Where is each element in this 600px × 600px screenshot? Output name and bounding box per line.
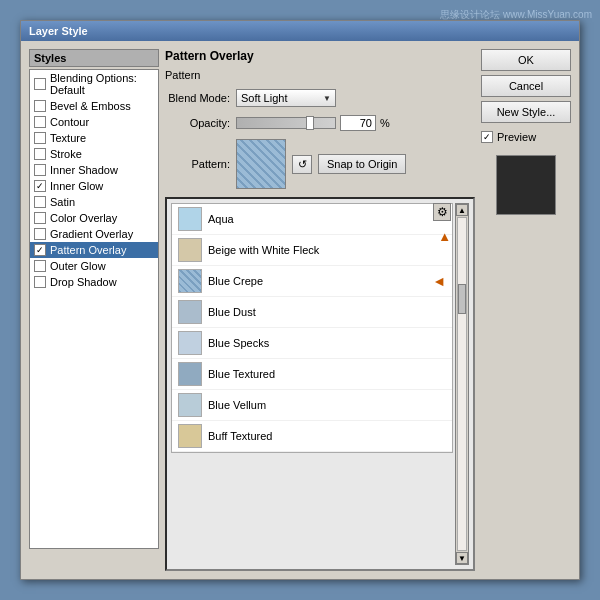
style-label: Contour <box>50 116 89 128</box>
style-checkbox[interactable] <box>34 116 46 128</box>
styles-list[interactable]: Blending Options: DefaultBevel & EmbossC… <box>29 69 159 549</box>
style-item[interactable]: Pattern Overlay <box>30 242 158 258</box>
blend-mode-row: Blend Mode: Soft Light ▼ <box>165 89 475 107</box>
section-title: Pattern Overlay <box>165 49 475 63</box>
pattern-thumb <box>178 393 202 417</box>
pattern-item[interactable]: Blue Dust <box>172 297 452 328</box>
style-item[interactable]: Outer Glow <box>30 258 158 274</box>
style-label: Blending Options: Default <box>50 72 154 96</box>
style-item[interactable]: Stroke <box>30 146 158 162</box>
gear-btn[interactable]: ⚙ <box>433 203 451 221</box>
style-checkbox[interactable] <box>34 276 46 288</box>
scroll-thumb[interactable] <box>458 284 466 314</box>
style-checkbox[interactable] <box>34 196 46 208</box>
preview-label: Preview <box>481 131 571 143</box>
style-label: Texture <box>50 132 86 144</box>
opacity-row: Opacity: % <box>165 115 475 131</box>
pattern-item[interactable]: Blue Textured <box>172 359 452 390</box>
style-item[interactable]: Inner Glow <box>30 178 158 194</box>
opacity-label: Opacity: <box>165 117 230 129</box>
scroll-up-btn[interactable]: ▲ <box>456 204 468 216</box>
style-checkbox[interactable] <box>34 212 46 224</box>
pattern-row: Pattern: ↺ Snap to Origin <box>165 139 475 189</box>
opacity-slider[interactable] <box>236 117 336 129</box>
style-item[interactable]: Texture <box>30 130 158 146</box>
right-panel: OK Cancel New Style... Preview <box>481 49 571 571</box>
style-item[interactable]: Satin <box>30 194 158 210</box>
preview-text: Preview <box>497 131 536 143</box>
style-label: Outer Glow <box>50 260 106 272</box>
style-checkbox[interactable] <box>34 228 46 240</box>
blend-mode-label: Blend Mode: <box>165 92 230 104</box>
style-checkbox[interactable] <box>34 148 46 160</box>
style-item[interactable]: Contour <box>30 114 158 130</box>
pattern-item[interactable]: Aqua <box>172 204 452 235</box>
style-label: Satin <box>50 196 75 208</box>
snap-to-origin-btn[interactable]: Snap to Origin <box>318 154 406 174</box>
styles-panel: Styles Blending Options: DefaultBevel & … <box>29 49 159 571</box>
preview-checkbox[interactable] <box>481 131 493 143</box>
pattern-item-label: Blue Dust <box>208 306 256 318</box>
new-style-button[interactable]: New Style... <box>481 101 571 123</box>
layer-style-dialog: Layer Style Styles Blending Options: Def… <box>20 20 580 580</box>
style-label: Drop Shadow <box>50 276 117 288</box>
style-checkbox[interactable] <box>34 164 46 176</box>
pattern-reset-btn[interactable]: ↺ <box>292 155 312 174</box>
style-label: Inner Glow <box>50 180 103 192</box>
pattern-preview[interactable] <box>236 139 286 189</box>
style-checkbox[interactable] <box>34 100 46 112</box>
style-item[interactable]: Blending Options: Default <box>30 70 158 98</box>
pattern-item-label: Blue Crepe <box>208 275 263 287</box>
pattern-item-label: Aqua <box>208 213 234 225</box>
pattern-thumb <box>178 238 202 262</box>
scroll-down-btn[interactable]: ▼ <box>456 552 468 564</box>
pattern-item-label: Blue Textured <box>208 368 275 380</box>
scroll-track <box>457 217 467 551</box>
up-arrow-indicator: ▲ <box>438 229 451 244</box>
style-label: Gradient Overlay <box>50 228 133 240</box>
preview-box <box>496 155 556 215</box>
style-checkbox[interactable] <box>34 244 46 256</box>
pattern-item[interactable]: Beige with White Fleck <box>172 235 452 266</box>
style-label: Stroke <box>50 148 82 160</box>
pattern-item-label: Buff Textured <box>208 430 272 442</box>
pattern-thumb <box>178 207 202 231</box>
ok-button[interactable]: OK <box>481 49 571 71</box>
pattern-thumb <box>178 269 202 293</box>
opacity-slider-container: % <box>236 115 390 131</box>
pattern-scrollbar[interactable]: ▲ ▼ <box>455 203 469 565</box>
opacity-slider-thumb <box>306 116 314 130</box>
style-item[interactable]: Inner Shadow <box>30 162 158 178</box>
style-checkbox[interactable] <box>34 180 46 192</box>
style-label: Pattern Overlay <box>50 244 126 256</box>
blend-mode-arrow: ▼ <box>323 94 331 103</box>
pattern-item[interactable]: Buff Textured <box>172 421 452 452</box>
style-checkbox[interactable] <box>34 132 46 144</box>
dialog-titlebar: Layer Style <box>21 21 579 41</box>
style-checkbox[interactable] <box>34 78 46 90</box>
pattern-item-label: Beige with White Fleck <box>208 244 319 256</box>
style-item[interactable]: Gradient Overlay <box>30 226 158 242</box>
styles-panel-title: Styles <box>29 49 159 67</box>
style-item[interactable]: Color Overlay <box>30 210 158 226</box>
pattern-item[interactable]: Blue Specks <box>172 328 452 359</box>
opacity-input[interactable] <box>340 115 376 131</box>
cancel-button[interactable]: Cancel <box>481 75 571 97</box>
pattern-label: Pattern: <box>165 158 230 170</box>
middle-panel: Pattern Overlay Pattern Blend Mode: Soft… <box>165 49 475 571</box>
pattern-thumb <box>178 331 202 355</box>
pattern-list[interactable]: AquaBeige with White FleckBlue Crepe◄Blu… <box>171 203 453 453</box>
style-label: Color Overlay <box>50 212 117 224</box>
pattern-item[interactable]: Blue Crepe◄ <box>172 266 452 297</box>
pattern-item[interactable]: Blue Vellum <box>172 390 452 421</box>
blend-mode-value: Soft Light <box>241 92 287 104</box>
pattern-list-container: ⚙ ▲ AquaBeige with White FleckBlue Crepe… <box>165 197 475 571</box>
blend-mode-dropdown[interactable]: Soft Light ▼ <box>236 89 336 107</box>
pattern-item-label: Blue Specks <box>208 337 269 349</box>
style-item[interactable]: Drop Shadow <box>30 274 158 290</box>
style-item[interactable]: Bevel & Emboss <box>30 98 158 114</box>
sub-title: Pattern <box>165 69 475 81</box>
pattern-thumb <box>178 362 202 386</box>
style-checkbox[interactable] <box>34 260 46 272</box>
selection-arrow-icon: ◄ <box>432 273 446 289</box>
